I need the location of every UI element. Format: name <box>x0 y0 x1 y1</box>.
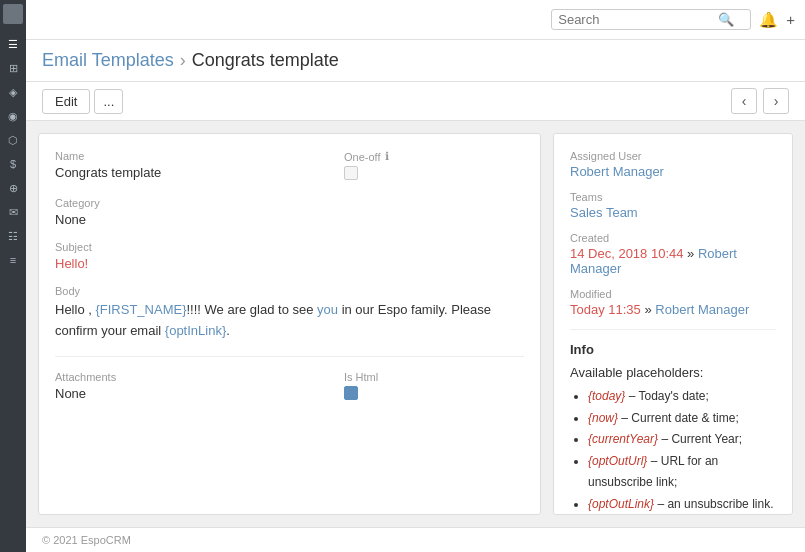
created-value: 14 Dec, 2018 10:44 » Robert Manager <box>570 246 776 276</box>
assigned-user-link[interactable]: Robert Manager <box>570 164 664 179</box>
ishtml-col: Is Html <box>344 371 524 417</box>
body-you-link: you <box>317 302 338 317</box>
sidebar-icon-accounts[interactable]: ⬡ <box>4 131 22 149</box>
topbar: 🔍 🔔 + <box>26 0 805 40</box>
name-oneoff-row: Name Congrats template One-off ℹ <box>55 150 524 197</box>
search-icon: 🔍 <box>718 12 734 27</box>
sidebar-icon-more[interactable]: ≡ <box>4 251 22 269</box>
oneoff-info-icon: ℹ <box>385 150 389 163</box>
teams-value: Sales Team <box>570 205 776 220</box>
placeholder-code: {optOutLink} <box>588 497 654 511</box>
created-label: Created <box>570 232 776 244</box>
created-by-sep: » <box>687 246 698 261</box>
body-opt-link: {optInLink} <box>165 323 226 338</box>
breadcrumb-separator: › <box>180 50 186 71</box>
footer: © 2021 EspoCRM <box>26 527 805 552</box>
info-title: Info <box>570 342 776 357</box>
oneoff-checkbox[interactable] <box>344 166 358 180</box>
placeholder-list: {today} – Today's date;{now} – Current d… <box>570 386 776 515</box>
sidebar-icon-grid[interactable]: ⊞ <box>4 59 22 77</box>
toolbar-right: ‹ › <box>731 88 789 114</box>
sidebar-icon-reports[interactable]: ☷ <box>4 227 22 245</box>
body-field: Body Hello , {FIRST_NAME}!!!! We are gla… <box>55 285 524 342</box>
modified-label: Modified <box>570 288 776 300</box>
topbar-icons: 🔔 + <box>759 11 795 29</box>
bell-icon[interactable]: 🔔 <box>759 11 778 29</box>
search-input[interactable] <box>558 12 718 27</box>
attachments-value: None <box>55 386 324 401</box>
placeholder-item: {currentYear} – Current Year; <box>588 429 776 451</box>
category-field: Category None <box>55 197 524 227</box>
placeholder-item: {optOutUrl} – URL for an unsubscribe lin… <box>588 451 776 494</box>
next-button[interactable]: › <box>763 88 789 114</box>
search-box[interactable]: 🔍 <box>551 9 751 30</box>
assigned-user-value: Robert Manager <box>570 164 776 179</box>
modified-date: Today 11:35 <box>570 302 641 317</box>
modified-value: Today 11:35 » Robert Manager <box>570 302 776 317</box>
breadcrumb-link[interactable]: Email Templates <box>42 50 174 71</box>
attachments-field: Attachments None <box>55 371 324 401</box>
footer-text: © 2021 EspoCRM <box>42 534 131 546</box>
subject-value: Hello! <box>55 256 524 271</box>
placeholder-code: {currentYear} <box>588 432 658 446</box>
ishtml-field: Is Html <box>344 371 524 403</box>
breadcrumb: Email Templates › Congrats template <box>26 40 805 82</box>
placeholder-code: {optOutUrl} <box>588 454 647 468</box>
placeholder-item: {now} – Current date & time; <box>588 408 776 430</box>
form-divider <box>55 356 524 357</box>
name-value: Congrats template <box>55 165 324 180</box>
category-value: None <box>55 212 524 227</box>
right-panel: Assigned User Robert Manager Teams Sales… <box>553 133 793 515</box>
breadcrumb-current: Congrats template <box>192 50 339 71</box>
body-code: {FIRST_NAME} <box>95 302 186 317</box>
ishtml-label: Is Html <box>344 371 524 383</box>
body-value: Hello , {FIRST_NAME}!!!! We are glad to … <box>55 300 524 342</box>
oneoff-col: One-off ℹ <box>344 150 524 197</box>
sidebar-logo <box>3 4 23 24</box>
toolbar-left: Edit ... <box>42 89 123 114</box>
sidebar-icon-email[interactable]: ✉ <box>4 203 22 221</box>
name-label: Name <box>55 150 324 162</box>
placeholder-item: {today} – Today's date; <box>588 386 776 408</box>
sidebar-icon-finance[interactable]: $ <box>4 155 22 173</box>
body-mid: !!!! We are glad to see <box>187 302 318 317</box>
ishtml-checkbox[interactable] <box>344 386 358 400</box>
oneoff-label: One-off ℹ <box>344 150 524 163</box>
placeholder-desc: – Current date & time; <box>618 411 739 425</box>
sidebar-icon-activities[interactable]: ◈ <box>4 83 22 101</box>
assigned-user-label: Assigned User <box>570 150 776 162</box>
name-col: Name Congrats template <box>55 150 324 197</box>
subject-field: Subject Hello! <box>55 241 524 271</box>
content-area: Name Congrats template One-off ℹ Categ <box>26 121 805 527</box>
attachments-ishtml-row: Attachments None Is Html <box>55 371 524 417</box>
sidebar-icon-home[interactable]: ☰ <box>4 35 22 53</box>
placeholder-code: {today} <box>588 389 625 403</box>
placeholder-item: {optOutLink} – an unsubscribe link. <box>588 494 776 515</box>
form-panel: Name Congrats template One-off ℹ Categ <box>38 133 541 515</box>
subject-label: Subject <box>55 241 524 253</box>
placeholder-desc: – Today's date; <box>625 389 708 403</box>
modified-by-sep: » <box>644 302 655 317</box>
available-ph-label: Available placeholders: <box>570 365 776 380</box>
plus-icon[interactable]: + <box>786 11 795 28</box>
created-date: 14 Dec, 2018 10:44 <box>570 246 683 261</box>
placeholder-code: {now} <box>588 411 618 425</box>
teams-link[interactable]: Sales Team <box>570 205 638 220</box>
placeholder-desc: – Current Year; <box>658 432 742 446</box>
name-field: Name Congrats template <box>55 150 324 180</box>
teams-label: Teams <box>570 191 776 203</box>
sidebar-icon-cases[interactable]: ⊕ <box>4 179 22 197</box>
info-section: Info Available placeholders: {today} – T… <box>570 329 776 515</box>
sidebar-icon-contacts[interactable]: ◉ <box>4 107 22 125</box>
edit-button[interactable]: Edit <box>42 89 90 114</box>
modified-by-link[interactable]: Robert Manager <box>655 302 749 317</box>
body-end: . <box>226 323 230 338</box>
placeholder-desc: – an unsubscribe link. <box>654 497 773 511</box>
prev-button[interactable]: ‹ <box>731 88 757 114</box>
toolbar: Edit ... ‹ › <box>26 82 805 121</box>
attachments-col: Attachments None <box>55 371 324 417</box>
category-label: Category <box>55 197 524 209</box>
body-label: Body <box>55 285 524 297</box>
more-button[interactable]: ... <box>94 89 123 114</box>
main-content: 🔍 🔔 + Email Templates › Congrats templat… <box>26 0 805 552</box>
